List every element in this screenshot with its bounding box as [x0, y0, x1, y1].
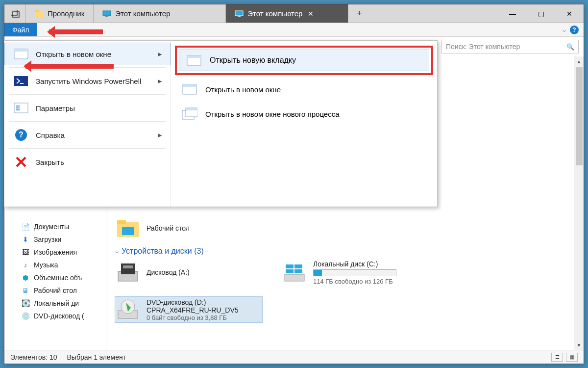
window-icon	[186, 54, 202, 67]
scroll-thumb[interactable]	[576, 67, 583, 165]
music-icon: ♪	[21, 261, 30, 269]
fm-options[interactable]: Параметры	[4, 97, 171, 119]
new-tab-button[interactable]: +	[348, 4, 370, 23]
vertical-scrollbar[interactable]: ▲ ▼	[574, 56, 584, 350]
fm-item-label: Запустить Windows PowerShell	[36, 77, 141, 85]
monitor-icon	[102, 9, 111, 18]
tab-thispc-2-active[interactable]: Этот компьютер ✕	[226, 4, 348, 23]
pictures-icon: 🖼	[21, 248, 30, 257]
sidebar-item-localdisk[interactable]: 💽Локальный ди	[4, 297, 106, 310]
dvd-icon: 💿	[21, 312, 30, 320]
file-menu-button[interactable]: Файл	[4, 23, 37, 36]
svg-rect-1	[13, 12, 19, 17]
options-icon	[13, 102, 29, 114]
fm-sub-open-new-window[interactable]: Открыть в новом окне	[171, 77, 437, 102]
window-icon	[13, 48, 29, 60]
sidebar-item-dvd[interactable]: 💿DVD-дисковод (	[4, 310, 106, 322]
device-label: Локальный диск (C:)	[313, 260, 396, 268]
sidebar-item-downloads[interactable]: ⬇Загрузки	[4, 233, 106, 246]
svg-rect-14	[285, 274, 304, 281]
chevron-right-icon: ▶	[158, 78, 162, 84]
device-floppy[interactable]: Дисковод (A:)	[115, 260, 262, 285]
close-icon	[13, 156, 29, 168]
folder-icon	[115, 215, 141, 241]
sidebar-item-desktop[interactable]: 🖥Рабочий стол	[4, 284, 106, 297]
sidebar-item-label: Музыка	[34, 261, 58, 269]
close-button[interactable]: ✕	[555, 4, 584, 23]
svg-rect-3	[35, 10, 39, 12]
scroll-down-arrow[interactable]: ▼	[574, 340, 584, 350]
svg-rect-15	[286, 264, 294, 268]
fm-sub-label: Открыть в новом окне	[205, 85, 281, 94]
section-devices-header[interactable]: ⌵ Устройства и диски (3)	[115, 247, 565, 256]
help-icon[interactable]: ?	[570, 26, 579, 34]
tab-close-button[interactable]: ✕	[306, 9, 315, 18]
titlebar: Проводник Этот компьютер Этот компьютер …	[4, 4, 584, 23]
fm-sub-label: Открыть в новом окне нового процесса	[205, 110, 340, 118]
svg-rect-10	[122, 227, 134, 235]
device-label: Дисковод (A:)	[147, 268, 190, 276]
search-placeholder: Поиск: Этот компьютер	[446, 43, 520, 51]
view-details-button[interactable]: ☰	[551, 353, 563, 362]
sidebar-item-label: Объемные объ	[34, 274, 82, 282]
sidebar-item-label: Изображения	[34, 248, 77, 256]
tabs-icon	[11, 10, 20, 18]
svg-rect-17	[286, 269, 294, 273]
powershell-icon	[13, 75, 29, 87]
scroll-up-arrow[interactable]: ▲	[574, 56, 584, 66]
status-count: Элементов: 10	[10, 353, 57, 361]
device-localdisk[interactable]: Локальный диск (C:) 114 ГБ свободно из 1…	[282, 260, 429, 285]
search-input[interactable]: Поиск: Этот компьютер 🔍	[441, 40, 579, 53]
dvd-drive-icon	[115, 297, 141, 322]
fm-sub-open-new-process[interactable]: Открыть в новом окне нового процесса	[171, 102, 437, 126]
device-sublabel: CPRA_X64FRE_RU-RU_DV5	[147, 306, 239, 314]
folder-icon	[35, 9, 44, 18]
chevron-right-icon: ▶	[158, 132, 162, 138]
maximize-button[interactable]: ▢	[527, 4, 555, 23]
fm-close[interactable]: Закрыть	[4, 151, 171, 173]
tab-label: Этот компьютер	[247, 9, 302, 18]
device-dvd-selected[interactable]: DVD-дисковод (D:) CPRA_X64FRE_RU-RU_DV5 …	[115, 297, 262, 322]
svg-rect-22	[14, 49, 28, 52]
device-free: 114 ГБ свободно из 126 ГБ	[313, 278, 396, 285]
fm-item-label: Открыть в новом окне	[36, 50, 111, 58]
view-tiles-button[interactable]: ▦	[566, 353, 578, 362]
chevron-down-icon: ⌵	[115, 248, 119, 255]
fm-sub-open-new-tab[interactable]: Открыть новую вкладку	[179, 50, 429, 71]
svg-rect-7	[238, 16, 241, 17]
tab-explorer[interactable]: Проводник	[26, 4, 94, 23]
capacity-bar	[313, 269, 396, 276]
svg-text:?: ?	[19, 131, 24, 139]
disk-icon: 💽	[21, 299, 30, 308]
svg-rect-6	[235, 11, 243, 16]
svg-rect-16	[294, 264, 302, 268]
sidebar-item-label: DVD-дисковод (	[34, 312, 84, 320]
search-icon: 🔍	[566, 43, 574, 51]
fm-item-label: Закрыть	[36, 158, 64, 166]
svg-rect-5	[105, 16, 108, 17]
folder-tile-desktop[interactable]: Рабочий стол	[115, 215, 262, 241]
tab-label: Проводник	[48, 9, 84, 18]
tabs-overview-button[interactable]	[4, 4, 26, 23]
annotation-highlight: Открыть новую вкладку	[175, 46, 433, 75]
annotation-arrow-2	[25, 64, 114, 69]
tab-thispc-1[interactable]: Этот компьютер	[94, 4, 226, 23]
fm-powershell[interactable]: Запустить Windows PowerShell ▶	[4, 70, 171, 92]
svg-rect-0	[11, 10, 17, 15]
desktop-icon: 🖥	[21, 286, 30, 295]
svg-rect-36	[183, 84, 196, 87]
sidebar-item-music[interactable]: ♪Музыка	[4, 259, 106, 271]
help-icon: ?	[13, 129, 29, 141]
fm-sub-label: Открыть новую вкладку	[210, 56, 296, 65]
fm-help[interactable]: ? Справка ▶	[4, 124, 171, 146]
sidebar-item-pictures[interactable]: 🖼Изображения	[4, 246, 106, 259]
fm-item-label: Справка	[36, 131, 65, 139]
windows-stack-icon	[182, 107, 197, 120]
ribbon-collapse-icon[interactable]: ⌵	[563, 26, 566, 33]
windows-disk-icon	[282, 260, 307, 285]
sidebar-item-documents[interactable]: 📄Документы	[4, 220, 106, 233]
sidebar-item-3d[interactable]: ⬢Объемные объ	[4, 271, 106, 284]
fm-item-label: Параметры	[36, 104, 75, 112]
minimize-button[interactable]: —	[498, 4, 527, 23]
svg-rect-13	[123, 265, 133, 268]
